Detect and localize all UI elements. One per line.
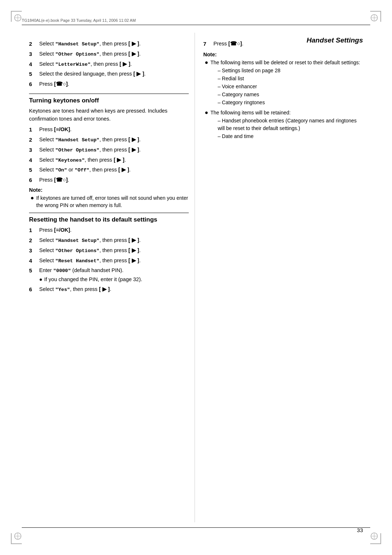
r-step-5-sub-text: If you changed the PIN, enter it (page 3…	[44, 276, 142, 283]
turning-note: Note: ● If keytones are turned off, erro…	[29, 187, 189, 209]
section-divider-1	[29, 93, 189, 94]
t-step-2-content: Select "Handset Setup", then press [ ▶ ]…	[39, 136, 189, 144]
t-step-5: 5 Select "On" or "Off", then press [ ▶ ]…	[29, 166, 189, 174]
section-divider-2	[29, 212, 189, 213]
t-step-4-code: "Keytones"	[55, 158, 85, 163]
retained-intro: The following items will be retained:	[211, 110, 291, 116]
turning-header: Turning keytones on/off	[29, 97, 189, 104]
intro-steps: 2 Select "Handset Setup", then press [ ▶…	[29, 40, 189, 88]
right-column: 7 Press [☎○]. Note: ● The following item…	[203, 40, 363, 143]
r-step-2-num: 2	[29, 236, 38, 244]
r-step-1: 1 Press [≡/OK].	[29, 226, 189, 234]
turning-title: Turning keytones on/off	[29, 97, 189, 104]
t-step-5-content: Select "On" or "Off", then press [ ▶ ].	[39, 166, 189, 174]
header-file-info: TG1840AL(e-e).book Page 33 Tuesday, Apri…	[22, 18, 136, 23]
r-step-5-code: "0000"	[53, 268, 71, 274]
step-4-code: "LetterWise"	[55, 62, 90, 67]
left-column: 2 Select "Handset Setup", then press [ ▶…	[29, 40, 189, 296]
deleted-item-1: Settings listed on page 28	[218, 67, 360, 74]
r-step-5-bullet: ●	[39, 276, 42, 283]
t-step-3-num: 3	[29, 146, 38, 154]
page-number: 33	[357, 527, 363, 533]
r-col-step-7: 7 Press [☎○].	[203, 40, 363, 48]
turning-note-label: Note:	[29, 187, 189, 193]
r-col-step-7-num: 7	[203, 40, 212, 48]
t-step-3-bracket: [ ▶ ]	[128, 147, 139, 153]
t-step-4: 4 Select "Keytones", then press [ ▶ ].	[29, 156, 189, 164]
step-6a-num: 6	[29, 80, 38, 88]
r-step-6-bracket: [ ▶ ]	[99, 286, 110, 292]
r-step-6-content: Select "Yes", then press [ ▶ ].	[39, 285, 189, 293]
page-container: TG1840AL(e-e).book Page 33 Tuesday, Apri…	[0, 0, 392, 555]
step-3: 3 Select "Other Options", then press [ ▶…	[29, 50, 189, 58]
r-step-3: 3 Select "Other Options", then press [ ▶…	[29, 247, 189, 255]
step-5: 5 Select the desired language, then pres…	[29, 70, 189, 78]
step-4-content: Select "LetterWise", then press [ ▶ ].	[39, 60, 189, 68]
t-step-3-code: "Other Options"	[55, 147, 99, 153]
deleted-item-3: Voice enhancer	[218, 83, 360, 90]
t-step-4-bracket: [ ▶ ]	[114, 157, 124, 163]
retained-item-1: Handset phonebook entries (Category name…	[218, 117, 363, 132]
r-step-6-code: "Yes"	[55, 287, 70, 292]
deleted-intro: The following items will be deleted or r…	[211, 60, 360, 65]
t-step-5-on: "On"	[55, 167, 67, 173]
resetting-section: Resetting the handset to its default set…	[29, 212, 189, 293]
step-2-num: 2	[29, 40, 38, 48]
r-step-4-bracket: [ ▶ ]	[128, 258, 139, 263]
t-step-5-bracket: [ ▶ ]	[118, 167, 129, 173]
r-step-3-num: 3	[29, 247, 38, 255]
footer-rule	[22, 527, 370, 528]
r-step-4-content: Select "Reset Handset", then press [ ▶ ]…	[39, 257, 189, 265]
t-step-2-num: 2	[29, 136, 38, 144]
t-step-4-num: 4	[29, 156, 38, 164]
turning-intro: Keytones are tones heard when keys are p…	[29, 107, 189, 123]
deleted-item-2: Redial list	[218, 75, 360, 82]
r-step-2-bracket: [ ▶ ]	[128, 237, 139, 243]
r-step-2-code: "Handset Setup"	[55, 238, 99, 243]
retained-items-note: ● The following items will be retained: …	[203, 109, 363, 141]
step-6a: 6 Press [☎○].	[29, 80, 189, 88]
step-2-content: Select "Handset Setup", then press [ ▶ ]…	[39, 40, 189, 48]
deleted-bullet: ●	[205, 59, 208, 66]
column-divider	[195, 33, 195, 522]
retained-list: Handset phonebook entries (Category name…	[218, 117, 363, 140]
step-5-num: 5	[29, 70, 38, 78]
step-6a-content: Press [☎○].	[39, 80, 189, 88]
deleted-text: The following items will be deleted or r…	[211, 59, 360, 107]
reg-mark-br	[370, 532, 378, 541]
t-step-1-num: 1	[29, 126, 38, 134]
r-step-2: 2 Select "Handset Setup", then press [ ▶…	[29, 236, 189, 244]
header-rule	[22, 25, 370, 25]
step-5-bracket: [ ▶ ]	[134, 71, 144, 77]
step-3-num: 3	[29, 50, 38, 58]
r-step-4-num: 4	[29, 257, 38, 265]
t-step-1-content: Press [≡/OK].	[39, 126, 189, 134]
t-step-4-content: Select "Keytones", then press [ ▶ ].	[39, 156, 189, 164]
r-step-4-code: "Reset Handset"	[55, 258, 99, 264]
t-step-2-bracket: [ ▶ ]	[128, 137, 139, 142]
r-col-step-7-content: Press [☎○].	[213, 40, 363, 48]
step-4: 4 Select "LetterWise", then press [ ▶ ].	[29, 60, 189, 68]
t-step-5-off: "Off"	[75, 167, 90, 173]
t-step-6-num: 6	[29, 176, 38, 184]
t-step-5-num: 5	[29, 166, 38, 174]
resetting-title: Resetting the handset to its default set…	[29, 216, 189, 223]
reg-mark-tr	[370, 14, 378, 23]
step-6a-bracket: [☎○]	[54, 81, 68, 87]
r-step-3-bracket: [ ▶ ]	[128, 247, 139, 253]
t-step-3-content: Select "Other Options", then press [ ▶ ]…	[39, 146, 189, 154]
right-note-label: Note:	[203, 52, 363, 57]
turning-note-text-1: If keytones are turned off, error tones …	[36, 194, 189, 209]
turning-section: Turning keytones on/off Keytones are ton…	[29, 93, 189, 209]
r-step-6: 6 Select "Yes", then press [ ▶ ].	[29, 285, 189, 293]
step-2-code: "Handset Setup"	[55, 41, 99, 47]
r-step-3-content: Select "Other Options", then press [ ▶ ]…	[39, 247, 189, 255]
retained-item-date: Date and time	[218, 133, 363, 140]
step-4-bracket: [ ▶ ]	[119, 61, 130, 67]
step-2-bracket: [ ▶ ]	[128, 41, 139, 46]
r-step-1-content: Press [≡/OK].	[39, 226, 189, 234]
r-step-1-num: 1	[29, 226, 38, 234]
retained-text: The following items will be retained: Ha…	[211, 109, 363, 141]
step-5-content: Select the desired language, then press …	[39, 70, 189, 78]
r-step-4: 4 Select "Reset Handset", then press [ ▶…	[29, 257, 189, 265]
